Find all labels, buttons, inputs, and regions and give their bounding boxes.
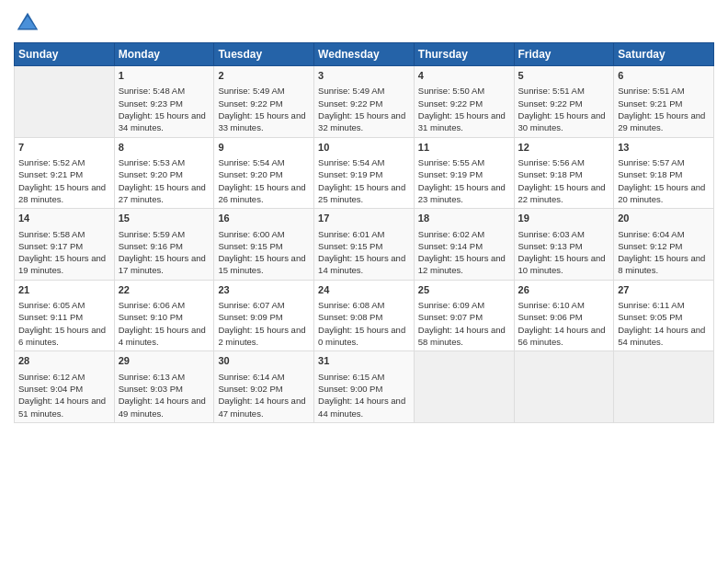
calendar-cell: 29Sunrise: 6:13 AMSunset: 9:03 PMDayligh…	[114, 351, 214, 423]
sunset-text: Sunset: 9:17 PM	[18, 240, 110, 252]
calendar-cell: 30Sunrise: 6:14 AMSunset: 9:02 PMDayligh…	[214, 351, 314, 423]
weekday-header-thursday: Thursday	[414, 43, 514, 66]
daylight-text: Daylight: 14 hours and 54 minutes.	[618, 324, 710, 349]
daylight-text: Daylight: 15 hours and 2 minutes.	[218, 324, 310, 349]
day-number: 20	[618, 212, 710, 225]
weekday-header-row: SundayMondayTuesdayWednesdayThursdayFrid…	[15, 43, 714, 66]
sunset-text: Sunset: 9:19 PM	[318, 168, 410, 180]
weekday-header-monday: Monday	[114, 43, 214, 66]
sunset-text: Sunset: 9:08 PM	[318, 311, 410, 323]
daylight-text: Daylight: 14 hours and 44 minutes.	[318, 395, 410, 419]
sunset-text: Sunset: 9:14 PM	[418, 240, 510, 252]
calendar-container: SundayMondayTuesdayWednesdayThursdayFrid…	[0, 0, 728, 563]
sunrise-text: Sunrise: 5:49 AM	[218, 85, 310, 97]
sunrise-text: Sunrise: 6:13 AM	[119, 371, 210, 383]
sunset-text: Sunset: 9:02 PM	[218, 383, 310, 395]
sunset-text: Sunset: 9:21 PM	[18, 168, 110, 180]
sunset-text: Sunset: 9:09 PM	[218, 311, 310, 323]
sunset-text: Sunset: 9:18 PM	[618, 168, 710, 180]
daylight-text: Daylight: 15 hours and 8 minutes.	[618, 252, 710, 277]
sunset-text: Sunset: 9:22 PM	[518, 98, 610, 109]
day-number: 15	[119, 212, 210, 225]
day-number: 7	[18, 141, 110, 155]
calendar-cell: 10Sunrise: 5:54 AMSunset: 9:19 PMDayligh…	[314, 137, 415, 209]
day-number: 3	[318, 69, 410, 83]
day-number: 5	[518, 69, 610, 83]
sunrise-text: Sunrise: 5:59 AM	[119, 228, 210, 240]
calendar-cell: 8Sunrise: 5:53 AMSunset: 9:20 PMDaylight…	[114, 137, 214, 209]
calendar-header: SundayMondayTuesdayWednesdayThursdayFrid…	[15, 43, 714, 66]
calendar-week-3: 21Sunrise: 6:05 AMSunset: 9:11 PMDayligh…	[15, 280, 714, 351]
day-number: 9	[218, 141, 310, 155]
daylight-text: Daylight: 15 hours and 15 minutes.	[218, 252, 310, 277]
sunrise-text: Sunrise: 6:00 AM	[218, 228, 310, 240]
sunrise-text: Sunrise: 5:52 AM	[18, 156, 110, 168]
calendar-week-0: 1Sunrise: 5:48 AMSunset: 9:23 PMDaylight…	[15, 66, 714, 138]
daylight-text: Daylight: 15 hours and 32 minutes.	[318, 109, 410, 134]
daylight-text: Daylight: 15 hours and 25 minutes.	[318, 181, 410, 206]
calendar-cell: 17Sunrise: 6:01 AMSunset: 9:15 PMDayligh…	[314, 209, 415, 281]
sunrise-text: Sunrise: 6:14 AM	[218, 371, 310, 383]
sunrise-text: Sunrise: 5:48 AM	[119, 85, 210, 97]
sunset-text: Sunset: 9:20 PM	[218, 168, 310, 180]
sunrise-text: Sunrise: 6:05 AM	[18, 299, 110, 311]
daylight-text: Daylight: 15 hours and 0 minutes.	[318, 324, 410, 349]
weekday-header-sunday: Sunday	[15, 43, 115, 66]
header	[14, 9, 714, 37]
calendar-cell: 4Sunrise: 5:50 AMSunset: 9:22 PMDaylight…	[414, 66, 514, 138]
sunset-text: Sunset: 9:07 PM	[418, 311, 510, 323]
calendar-cell: 21Sunrise: 6:05 AMSunset: 9:11 PMDayligh…	[15, 280, 115, 351]
daylight-text: Daylight: 15 hours and 4 minutes.	[119, 324, 210, 349]
sunrise-text: Sunrise: 5:57 AM	[618, 156, 710, 168]
daylight-text: Daylight: 15 hours and 20 minutes.	[618, 181, 710, 206]
calendar-cell	[514, 351, 614, 423]
sunset-text: Sunset: 9:03 PM	[119, 383, 210, 395]
calendar-cell: 3Sunrise: 5:49 AMSunset: 9:22 PMDaylight…	[314, 66, 415, 138]
sunset-text: Sunset: 9:21 PM	[618, 98, 710, 109]
sunrise-text: Sunrise: 5:56 AM	[518, 156, 610, 168]
calendar-cell: 25Sunrise: 6:09 AMSunset: 9:07 PMDayligh…	[414, 280, 514, 351]
sunrise-text: Sunrise: 5:54 AM	[218, 156, 310, 168]
sunrise-text: Sunrise: 6:06 AM	[119, 299, 210, 311]
calendar-cell	[414, 351, 514, 423]
daylight-text: Daylight: 14 hours and 56 minutes.	[518, 324, 610, 349]
calendar-cell	[15, 66, 115, 138]
day-number: 21	[18, 283, 110, 297]
calendar-cell: 9Sunrise: 5:54 AMSunset: 9:20 PMDaylight…	[214, 137, 314, 209]
daylight-text: Daylight: 14 hours and 49 minutes.	[119, 395, 210, 419]
sunset-text: Sunset: 9:12 PM	[618, 240, 710, 252]
weekday-header-saturday: Saturday	[614, 43, 714, 66]
daylight-text: Daylight: 15 hours and 27 minutes.	[119, 181, 210, 206]
sunrise-text: Sunrise: 6:08 AM	[318, 299, 410, 311]
sunset-text: Sunset: 9:22 PM	[318, 98, 410, 109]
daylight-text: Daylight: 15 hours and 33 minutes.	[218, 109, 310, 134]
sunset-text: Sunset: 9:04 PM	[18, 383, 110, 395]
daylight-text: Daylight: 15 hours and 10 minutes.	[518, 252, 610, 277]
daylight-text: Daylight: 15 hours and 23 minutes.	[418, 181, 510, 206]
sunrise-text: Sunrise: 6:11 AM	[618, 299, 710, 311]
sunrise-text: Sunrise: 5:50 AM	[418, 85, 510, 97]
calendar-cell: 6Sunrise: 5:51 AMSunset: 9:21 PMDaylight…	[614, 66, 714, 138]
calendar-cell	[614, 351, 714, 423]
sunset-text: Sunset: 9:16 PM	[119, 240, 210, 252]
sunset-text: Sunset: 9:23 PM	[119, 98, 210, 109]
sunset-text: Sunset: 9:06 PM	[518, 311, 610, 323]
day-number: 23	[218, 283, 310, 297]
sunrise-text: Sunrise: 6:09 AM	[418, 299, 510, 311]
sunset-text: Sunset: 9:05 PM	[618, 311, 710, 323]
day-number: 18	[418, 212, 510, 225]
day-number: 2	[218, 69, 310, 83]
calendar-cell: 18Sunrise: 6:02 AMSunset: 9:14 PMDayligh…	[414, 209, 514, 281]
daylight-text: Daylight: 15 hours and 30 minutes.	[518, 109, 610, 134]
daylight-text: Daylight: 15 hours and 28 minutes.	[18, 181, 110, 206]
weekday-header-friday: Friday	[514, 43, 614, 66]
sunrise-text: Sunrise: 6:04 AM	[618, 228, 710, 240]
day-number: 30	[218, 354, 310, 368]
day-number: 13	[618, 141, 710, 155]
sunset-text: Sunset: 9:15 PM	[318, 240, 410, 252]
sunset-text: Sunset: 9:22 PM	[218, 98, 310, 109]
day-number: 14	[18, 212, 110, 225]
calendar-cell: 7Sunrise: 5:52 AMSunset: 9:21 PMDaylight…	[15, 137, 115, 209]
sunrise-text: Sunrise: 6:03 AM	[518, 228, 610, 240]
calendar-cell: 11Sunrise: 5:55 AMSunset: 9:19 PMDayligh…	[414, 137, 514, 209]
